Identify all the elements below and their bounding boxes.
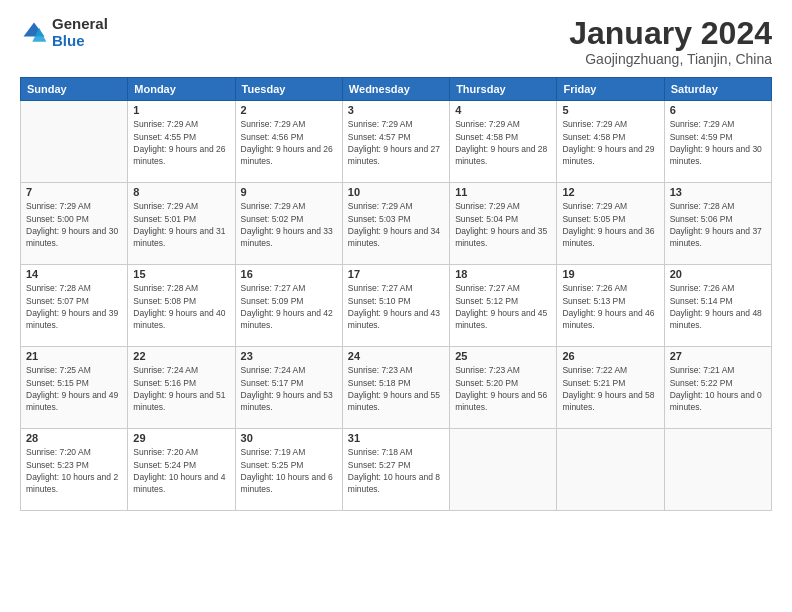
day-number: 14 — [26, 268, 122, 280]
day-number: 10 — [348, 186, 444, 198]
day-number: 11 — [455, 186, 551, 198]
day-number: 24 — [348, 350, 444, 362]
calendar-cell: 30Sunrise: 7:19 AM Sunset: 5:25 PM Dayli… — [235, 429, 342, 511]
day-info: Sunrise: 7:20 AM Sunset: 5:23 PM Dayligh… — [26, 446, 122, 495]
page: General Blue January 2024 Gaojingzhuang,… — [0, 0, 792, 612]
day-number: 5 — [562, 104, 658, 116]
day-info: Sunrise: 7:29 AM Sunset: 4:59 PM Dayligh… — [670, 118, 766, 167]
month-title: January 2024 — [569, 16, 772, 51]
calendar-header-row: Sunday Monday Tuesday Wednesday Thursday… — [21, 78, 772, 101]
header: General Blue January 2024 Gaojingzhuang,… — [20, 16, 772, 67]
day-number: 21 — [26, 350, 122, 362]
calendar-cell — [450, 429, 557, 511]
day-number: 17 — [348, 268, 444, 280]
day-info: Sunrise: 7:26 AM Sunset: 5:13 PM Dayligh… — [562, 282, 658, 331]
day-number: 19 — [562, 268, 658, 280]
day-number: 26 — [562, 350, 658, 362]
day-number: 13 — [670, 186, 766, 198]
day-info: Sunrise: 7:27 AM Sunset: 5:10 PM Dayligh… — [348, 282, 444, 331]
day-info: Sunrise: 7:23 AM Sunset: 5:18 PM Dayligh… — [348, 364, 444, 413]
calendar-cell: 3Sunrise: 7:29 AM Sunset: 4:57 PM Daylig… — [342, 101, 449, 183]
calendar-cell: 25Sunrise: 7:23 AM Sunset: 5:20 PM Dayli… — [450, 347, 557, 429]
day-info: Sunrise: 7:23 AM Sunset: 5:20 PM Dayligh… — [455, 364, 551, 413]
day-info: Sunrise: 7:29 AM Sunset: 4:55 PM Dayligh… — [133, 118, 229, 167]
calendar-cell: 17Sunrise: 7:27 AM Sunset: 5:10 PM Dayli… — [342, 265, 449, 347]
header-saturday: Saturday — [664, 78, 771, 101]
day-number: 9 — [241, 186, 337, 198]
calendar-table: Sunday Monday Tuesday Wednesday Thursday… — [20, 77, 772, 511]
calendar-cell — [557, 429, 664, 511]
day-number: 8 — [133, 186, 229, 198]
title-block: January 2024 Gaojingzhuang, Tianjin, Chi… — [569, 16, 772, 67]
calendar-cell: 26Sunrise: 7:22 AM Sunset: 5:21 PM Dayli… — [557, 347, 664, 429]
calendar-cell: 20Sunrise: 7:26 AM Sunset: 5:14 PM Dayli… — [664, 265, 771, 347]
day-info: Sunrise: 7:21 AM Sunset: 5:22 PM Dayligh… — [670, 364, 766, 413]
day-number: 30 — [241, 432, 337, 444]
header-thursday: Thursday — [450, 78, 557, 101]
calendar-week-5: 28Sunrise: 7:20 AM Sunset: 5:23 PM Dayli… — [21, 429, 772, 511]
calendar-cell: 16Sunrise: 7:27 AM Sunset: 5:09 PM Dayli… — [235, 265, 342, 347]
day-info: Sunrise: 7:26 AM Sunset: 5:14 PM Dayligh… — [670, 282, 766, 331]
calendar-cell: 10Sunrise: 7:29 AM Sunset: 5:03 PM Dayli… — [342, 183, 449, 265]
calendar-cell: 29Sunrise: 7:20 AM Sunset: 5:24 PM Dayli… — [128, 429, 235, 511]
day-info: Sunrise: 7:27 AM Sunset: 5:12 PM Dayligh… — [455, 282, 551, 331]
day-info: Sunrise: 7:27 AM Sunset: 5:09 PM Dayligh… — [241, 282, 337, 331]
day-number: 23 — [241, 350, 337, 362]
day-info: Sunrise: 7:29 AM Sunset: 4:58 PM Dayligh… — [562, 118, 658, 167]
day-number: 31 — [348, 432, 444, 444]
day-info: Sunrise: 7:29 AM Sunset: 4:57 PM Dayligh… — [348, 118, 444, 167]
calendar-cell: 24Sunrise: 7:23 AM Sunset: 5:18 PM Dayli… — [342, 347, 449, 429]
day-info: Sunrise: 7:29 AM Sunset: 5:03 PM Dayligh… — [348, 200, 444, 249]
day-number: 22 — [133, 350, 229, 362]
day-info: Sunrise: 7:29 AM Sunset: 5:05 PM Dayligh… — [562, 200, 658, 249]
day-info: Sunrise: 7:29 AM Sunset: 5:00 PM Dayligh… — [26, 200, 122, 249]
header-wednesday: Wednesday — [342, 78, 449, 101]
day-info: Sunrise: 7:20 AM Sunset: 5:24 PM Dayligh… — [133, 446, 229, 495]
logo-icon — [20, 19, 48, 47]
calendar-cell: 23Sunrise: 7:24 AM Sunset: 5:17 PM Dayli… — [235, 347, 342, 429]
calendar-cell: 15Sunrise: 7:28 AM Sunset: 5:08 PM Dayli… — [128, 265, 235, 347]
calendar-week-2: 7Sunrise: 7:29 AM Sunset: 5:00 PM Daylig… — [21, 183, 772, 265]
calendar-cell: 9Sunrise: 7:29 AM Sunset: 5:02 PM Daylig… — [235, 183, 342, 265]
day-info: Sunrise: 7:24 AM Sunset: 5:17 PM Dayligh… — [241, 364, 337, 413]
day-number: 29 — [133, 432, 229, 444]
calendar-cell: 8Sunrise: 7:29 AM Sunset: 5:01 PM Daylig… — [128, 183, 235, 265]
calendar-cell: 11Sunrise: 7:29 AM Sunset: 5:04 PM Dayli… — [450, 183, 557, 265]
logo-general: General — [52, 16, 108, 33]
location-title: Gaojingzhuang, Tianjin, China — [569, 51, 772, 67]
calendar-cell: 28Sunrise: 7:20 AM Sunset: 5:23 PM Dayli… — [21, 429, 128, 511]
calendar-cell — [21, 101, 128, 183]
calendar-cell: 7Sunrise: 7:29 AM Sunset: 5:00 PM Daylig… — [21, 183, 128, 265]
header-sunday: Sunday — [21, 78, 128, 101]
day-number: 7 — [26, 186, 122, 198]
day-number: 2 — [241, 104, 337, 116]
day-info: Sunrise: 7:28 AM Sunset: 5:07 PM Dayligh… — [26, 282, 122, 331]
day-number: 12 — [562, 186, 658, 198]
day-number: 18 — [455, 268, 551, 280]
day-info: Sunrise: 7:29 AM Sunset: 5:04 PM Dayligh… — [455, 200, 551, 249]
day-info: Sunrise: 7:28 AM Sunset: 5:06 PM Dayligh… — [670, 200, 766, 249]
day-info: Sunrise: 7:28 AM Sunset: 5:08 PM Dayligh… — [133, 282, 229, 331]
calendar-cell: 5Sunrise: 7:29 AM Sunset: 4:58 PM Daylig… — [557, 101, 664, 183]
calendar-cell: 21Sunrise: 7:25 AM Sunset: 5:15 PM Dayli… — [21, 347, 128, 429]
header-tuesday: Tuesday — [235, 78, 342, 101]
day-info: Sunrise: 7:19 AM Sunset: 5:25 PM Dayligh… — [241, 446, 337, 495]
day-info: Sunrise: 7:29 AM Sunset: 5:02 PM Dayligh… — [241, 200, 337, 249]
day-info: Sunrise: 7:22 AM Sunset: 5:21 PM Dayligh… — [562, 364, 658, 413]
calendar-week-4: 21Sunrise: 7:25 AM Sunset: 5:15 PM Dayli… — [21, 347, 772, 429]
day-info: Sunrise: 7:24 AM Sunset: 5:16 PM Dayligh… — [133, 364, 229, 413]
day-info: Sunrise: 7:29 AM Sunset: 5:01 PM Dayligh… — [133, 200, 229, 249]
day-number: 27 — [670, 350, 766, 362]
calendar-cell: 4Sunrise: 7:29 AM Sunset: 4:58 PM Daylig… — [450, 101, 557, 183]
day-info: Sunrise: 7:18 AM Sunset: 5:27 PM Dayligh… — [348, 446, 444, 495]
calendar-cell: 27Sunrise: 7:21 AM Sunset: 5:22 PM Dayli… — [664, 347, 771, 429]
day-info: Sunrise: 7:29 AM Sunset: 4:56 PM Dayligh… — [241, 118, 337, 167]
calendar-cell: 18Sunrise: 7:27 AM Sunset: 5:12 PM Dayli… — [450, 265, 557, 347]
header-monday: Monday — [128, 78, 235, 101]
day-number: 28 — [26, 432, 122, 444]
calendar-cell: 1Sunrise: 7:29 AM Sunset: 4:55 PM Daylig… — [128, 101, 235, 183]
calendar-cell: 2Sunrise: 7:29 AM Sunset: 4:56 PM Daylig… — [235, 101, 342, 183]
day-number: 15 — [133, 268, 229, 280]
calendar-cell: 14Sunrise: 7:28 AM Sunset: 5:07 PM Dayli… — [21, 265, 128, 347]
calendar-cell: 31Sunrise: 7:18 AM Sunset: 5:27 PM Dayli… — [342, 429, 449, 511]
